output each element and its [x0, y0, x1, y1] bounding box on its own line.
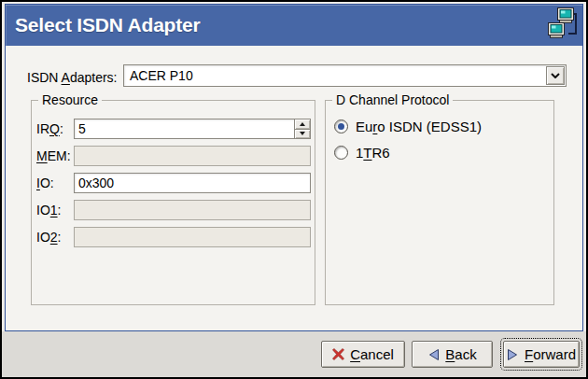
left-arrow-icon [427, 348, 440, 361]
mem-row: MEM: [36, 146, 311, 166]
back-button[interactable]: Back [412, 341, 493, 368]
radio-euro-isdn-label: Euro ISDN (EDSS1) [356, 119, 482, 134]
irq-spinbox [74, 119, 311, 139]
spin-down-icon [300, 132, 305, 135]
spin-down-button[interactable] [295, 129, 310, 139]
mem-label: MEM: [36, 148, 74, 163]
io1-row: IO1: [36, 200, 311, 220]
io2-row: IO2: [36, 227, 311, 247]
irq-row: IRQ: [36, 119, 311, 139]
io-input[interactable] [74, 173, 311, 193]
irq-spin-buttons [294, 119, 310, 138]
right-arrow-icon [507, 348, 519, 361]
irq-label: IRQ: [36, 121, 74, 136]
irq-input[interactable] [75, 119, 294, 138]
cancel-button-label: Cancel [350, 346, 394, 362]
wizard-panel: Select ISDN Adapter ISDN Adapters: [5, 4, 583, 331]
red-x-icon [332, 348, 344, 360]
isdn-adapters-label: ISDN Adapters: [27, 70, 118, 85]
chevron-down-icon [551, 73, 560, 78]
dialog-button-strip: Cancel Back Forward [2, 331, 586, 377]
isdn-adapter-combobox[interactable]: ACER P10 [123, 64, 567, 87]
select-isdn-adapter-dialog: Select ISDN Adapter ISDN Adapters: [0, 0, 588, 379]
dialog-header: Select ISDN Adapter [6, 5, 582, 46]
spin-up-icon [300, 122, 305, 126]
radio-1tr6[interactable]: 1TR6 [334, 145, 553, 161]
back-button-label: Back [445, 346, 476, 362]
forward-button[interactable]: Forward [503, 341, 580, 368]
resource-group: Resource IRQ: MEM: [31, 100, 315, 305]
io1-input [74, 200, 311, 220]
d-channel-group-legend: D Channel Protocol [332, 92, 453, 107]
radio-1tr6-label: 1TR6 [356, 145, 390, 161]
io-label: IO: [36, 175, 74, 190]
spin-up-button[interactable] [295, 119, 310, 129]
radio-button-icon [334, 146, 348, 160]
io-row: IO: [36, 173, 311, 193]
io2-label: IO2: [36, 230, 74, 245]
cancel-button[interactable]: Cancel [321, 341, 405, 368]
page-title: Select ISDN Adapter [15, 14, 200, 36]
io1-label: IO1: [36, 203, 74, 218]
network-computers-icon [547, 7, 579, 44]
combo-selected-value: ACER P10 [124, 68, 193, 83]
mem-input [74, 146, 311, 166]
dialog-content: ISDN Adapters: ACER P10 Resource IRQ: [6, 46, 582, 330]
d-channel-protocol-group: D Channel Protocol Euro ISDN (EDSS1) 1TR… [325, 100, 554, 305]
combo-dropdown-button[interactable] [546, 66, 565, 85]
io2-input [74, 227, 311, 247]
resource-group-legend: Resource [38, 92, 102, 107]
forward-button-label: Forward [525, 346, 576, 362]
d-channel-options: Euro ISDN (EDSS1) 1TR6 [326, 101, 553, 161]
resource-fields: IRQ: MEM: IO [32, 101, 315, 247]
radio-button-icon [334, 119, 348, 133]
radio-euro-isdn[interactable]: Euro ISDN (EDSS1) [334, 119, 553, 134]
